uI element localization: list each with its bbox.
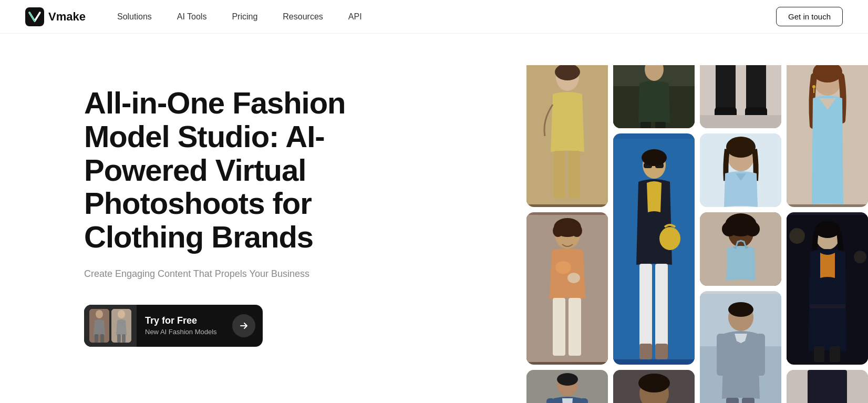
svg-rect-51: [746, 65, 766, 112]
photo-cell-man-vest: [526, 370, 608, 403]
photo-grid: [526, 65, 868, 403]
svg-rect-67: [726, 398, 739, 403]
svg-rect-54: [700, 115, 781, 128]
svg-rect-23: [553, 298, 565, 356]
photo-cell-man-black-jacket: [613, 370, 695, 403]
get-in-touch-button[interactable]: Get in touch: [776, 7, 843, 26]
svg-rect-8: [122, 334, 126, 343]
svg-rect-42: [639, 264, 652, 348]
svg-rect-45: [655, 344, 668, 359]
main-content: All-in-One Fashion Model Studio: AI-Powe…: [0, 34, 868, 403]
photo-cell-woman-light-blue-dress: [787, 65, 868, 207]
model-thumb-2: [111, 309, 131, 343]
svg-point-66: [728, 302, 753, 317]
cta-sub-text: New AI Fashion Models: [145, 328, 224, 336]
svg-rect-29: [580, 398, 588, 403]
cta-main-text: Try for Free: [145, 315, 224, 326]
svg-point-62: [745, 222, 760, 236]
photo-cell-blue-background-woman: [613, 133, 695, 365]
models-preview: [85, 305, 136, 347]
svg-rect-43: [655, 264, 668, 348]
svg-point-48: [638, 374, 670, 392]
svg-point-41: [659, 227, 680, 250]
svg-point-78: [815, 221, 840, 238]
nav-solutions[interactable]: Solutions: [117, 12, 152, 22]
svg-rect-69: [717, 334, 726, 376]
cta-arrow-icon: [232, 314, 255, 337]
svg-rect-14: [569, 151, 580, 198]
svg-rect-79: [810, 304, 845, 308]
nav-resources[interactable]: Resources: [283, 12, 323, 22]
photo-cell-woman-dark-outfit: [787, 212, 868, 365]
svg-point-20: [572, 224, 582, 237]
svg-point-83: [854, 251, 866, 263]
svg-point-22: [567, 273, 580, 283]
nav: Solutions AI Tools Pricing Resources API: [117, 12, 776, 22]
photo-cell-woman-street: [787, 370, 868, 403]
svg-point-61: [722, 222, 737, 236]
photo-cell-woman-light-blue-top: [700, 133, 781, 207]
svg-rect-28: [546, 398, 555, 403]
cta-text-area: Try for Free New AI Fashion Models: [137, 315, 232, 336]
header-right: Get in touch: [776, 7, 843, 26]
svg-rect-13: [554, 151, 565, 198]
svg-point-74: [812, 85, 815, 88]
svg-rect-50: [716, 65, 736, 112]
nav-pricing[interactable]: Pricing: [232, 12, 257, 22]
svg-point-82: [789, 228, 805, 244]
svg-rect-81: [830, 346, 840, 362]
nav-ai-tools[interactable]: AI Tools: [177, 12, 207, 22]
photo-cell-dark-coat: [613, 65, 695, 128]
photo-grid-section: [399, 65, 868, 403]
model-thumb-1: [89, 309, 109, 343]
svg-point-19: [553, 224, 563, 237]
svg-rect-0: [25, 7, 44, 26]
hero-title: All-in-One Fashion Model Studio: AI-Powe…: [84, 86, 399, 254]
svg-point-57: [726, 137, 756, 158]
svg-rect-3: [95, 334, 98, 343]
svg-point-40: [642, 149, 667, 166]
header: Vmake Solutions AI Tools Pricing Resourc…: [0, 0, 868, 34]
svg-rect-7: [117, 334, 121, 343]
photo-cell-woman-dark-skin-light-blue: [700, 212, 781, 286]
svg-rect-33: [640, 122, 651, 128]
photo-cell-woman-legs: [700, 65, 781, 128]
svg-rect-44: [639, 344, 652, 359]
logo-text: Vmake: [48, 10, 86, 24]
photo-cell-man-casual: [526, 212, 608, 365]
svg-point-6: [118, 310, 125, 318]
cta-image-preview: [84, 305, 137, 347]
svg-rect-68: [742, 398, 755, 403]
photo-cell-man-gray-jacket: [700, 291, 781, 403]
try-for-free-button[interactable]: Try for Free New AI Fashion Models: [84, 305, 263, 347]
hero-section: All-in-One Fashion Model Studio: AI-Powe…: [84, 65, 399, 347]
nav-api[interactable]: API: [348, 12, 362, 22]
svg-rect-85: [808, 370, 847, 403]
hero-subtitle: Create Engaging Content That Propels You…: [84, 268, 399, 280]
svg-point-21: [555, 261, 571, 274]
logo[interactable]: Vmake: [25, 7, 86, 26]
svg-point-27: [557, 373, 578, 386]
photo-cell-woman-yellow: [526, 65, 608, 207]
svg-point-2: [96, 310, 103, 318]
svg-rect-34: [655, 122, 666, 128]
svg-rect-24: [569, 298, 581, 356]
logo-icon: [25, 7, 44, 26]
svg-rect-70: [756, 334, 765, 376]
svg-rect-80: [814, 346, 824, 362]
svg-rect-4: [100, 334, 104, 343]
